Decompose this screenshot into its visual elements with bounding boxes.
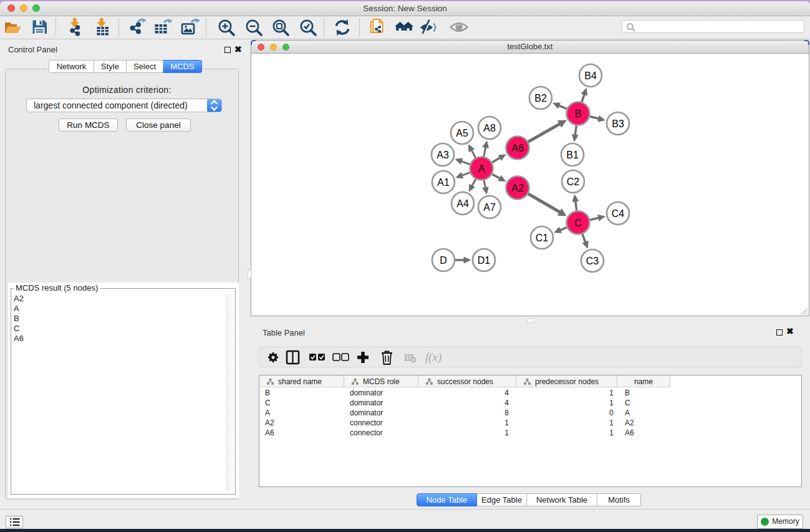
svg-text:A3: A3 [436, 150, 449, 160]
svg-text:C4: C4 [612, 208, 625, 219]
svg-text:A: A [478, 163, 485, 174]
svg-text:A2: A2 [511, 183, 524, 193]
svg-text:B2: B2 [534, 93, 547, 104]
svg-text:A5: A5 [456, 128, 468, 138]
svg-text:D: D [440, 255, 447, 266]
svg-text:D1: D1 [478, 255, 491, 266]
svg-text:B: B [575, 109, 582, 119]
svg-text:C2: C2 [567, 177, 580, 187]
svg-text:B4: B4 [584, 70, 597, 81]
svg-text:B1: B1 [566, 150, 579, 160]
svg-text:C1: C1 [536, 233, 549, 243]
svg-text:A1: A1 [437, 177, 450, 188]
svg-text:B3: B3 [612, 118, 624, 129]
svg-text:A7: A7 [483, 202, 496, 213]
svg-text:A8: A8 [483, 123, 496, 133]
svg-text:C: C [574, 218, 582, 228]
svg-text:C3: C3 [586, 256, 599, 266]
svg-text:f(x): f(x) [425, 351, 441, 364]
svg-text:A4: A4 [456, 198, 469, 209]
svg-text:A6: A6 [511, 143, 524, 153]
